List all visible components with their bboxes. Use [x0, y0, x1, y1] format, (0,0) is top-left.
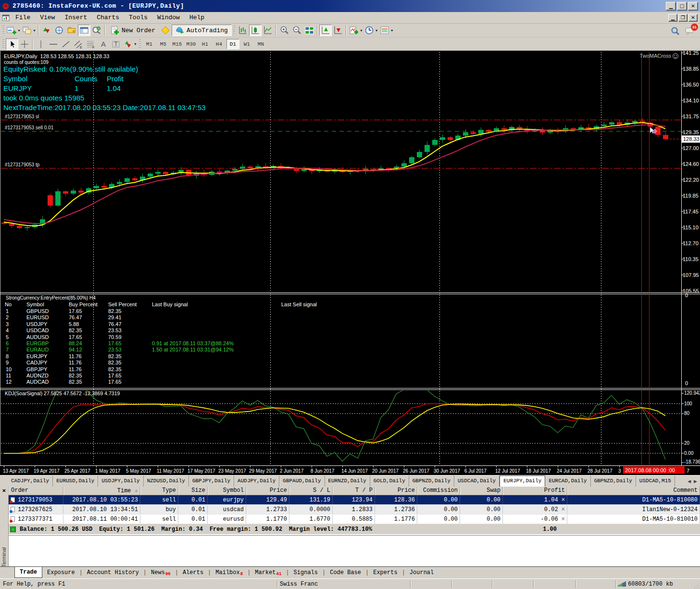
dropdown-arrow-icon[interactable]: ▼	[360, 29, 363, 32]
zoom-in-button[interactable]	[278, 25, 290, 36]
new-chart-button[interactable]: ▼	[6, 25, 21, 36]
timeframe-M30[interactable]: M30	[185, 39, 198, 49]
terminal-col-price[interactable]: Price	[375, 487, 417, 495]
terminal-tab-signals[interactable]: Signals	[290, 568, 322, 577]
indicator-buy-button[interactable]	[319, 25, 332, 36]
equidistant-channel-button[interactable]: E	[72, 38, 85, 50]
menu-view[interactable]: View	[35, 13, 60, 23]
dropdown-arrow-icon[interactable]: ▼	[17, 29, 21, 32]
chart-bars-button[interactable]	[237, 25, 249, 36]
dropdown-arrow-icon[interactable]: ▼	[375, 29, 378, 32]
chart-candles-button[interactable]	[249, 25, 262, 36]
chart-tab-nzdusd-daily[interactable]: NZDUSD,Daily	[144, 476, 189, 487]
scroll-right-icon[interactable]: ▶	[694, 479, 697, 484]
chart-tab-eurnzd-daily[interactable]: EURNZD,Daily	[325, 476, 370, 487]
terminal-col-commission[interactable]: Commission	[417, 487, 460, 495]
terminal-col-order[interactable]: Order	[9, 487, 63, 495]
menu-help[interactable]: Help	[185, 13, 209, 23]
trendline-button[interactable]	[60, 38, 72, 50]
vertical-line-button[interactable]	[35, 38, 47, 50]
terminal-col-swap[interactable]: Swap	[460, 487, 503, 495]
chart-tab-usdjpy-daily[interactable]: USDJPY,Daily	[98, 476, 143, 487]
chart-tab-gbpnzd-daily[interactable]: GBPNZD,Daily	[591, 476, 636, 487]
terminal-order-row[interactable]: 12732676252017.08.10 13:34:51buy0.01usdc…	[9, 505, 700, 514]
close-trade-icon[interactable]: ×	[562, 497, 565, 503]
terminal-col-type[interactable]: Type	[140, 487, 178, 495]
chart-tab-gold-daily[interactable]: GOLD,Daily	[370, 476, 409, 487]
timeframe-M15[interactable]: M15	[171, 39, 184, 49]
timeframe-MN[interactable]: MN	[254, 39, 267, 49]
terminal-order-row[interactable]: 12731790532017.08.10 03:55:23sell0.01eur…	[9, 495, 700, 505]
fibonacci-button[interactable]: F	[85, 38, 97, 50]
chart-tab-gbpnzd-daily[interactable]: GBPNZD,Daily	[409, 476, 454, 487]
periods-button[interactable]: ▼	[363, 25, 379, 36]
notifications-button[interactable]: 31	[685, 25, 697, 38]
metaeditor-button[interactable]	[159, 25, 172, 36]
timeframe-M5[interactable]: M5	[157, 39, 170, 49]
chart-tab-cadjpy-daily[interactable]: CADJPY,Daily	[8, 476, 53, 487]
arrows-button[interactable]: ▼	[122, 38, 138, 50]
terminal-panel-button[interactable]	[78, 25, 90, 36]
child-minimize-button[interactable]: ▁	[668, 14, 677, 22]
child-close-button[interactable]: ✕	[688, 14, 698, 22]
menu-window[interactable]: Window	[152, 13, 185, 23]
terminal-tab-journal[interactable]: Journal	[406, 568, 438, 577]
terminal-tab-mailbox[interactable]: Mailbox8	[212, 568, 247, 578]
chart-tab-eurusd-daily[interactable]: EURUSD,Daily	[53, 476, 98, 487]
minimize-button[interactable]: ▁	[666, 2, 676, 11]
new-order-button[interactable]: New Order	[107, 25, 159, 36]
close-button[interactable]: ✕	[688, 2, 698, 11]
terminal-col-time[interactable]: Time ▵	[63, 487, 140, 495]
autotrading-button[interactable]: AutoTrading	[172, 25, 232, 36]
chart-tab-usdcad-daily[interactable]: USDCAD,Daily	[454, 476, 500, 487]
terminal-col-size[interactable]: Size	[178, 487, 208, 495]
resize-grip[interactable]	[693, 582, 700, 589]
timeframe-W1[interactable]: W1	[240, 39, 253, 49]
terminal-col-price[interactable]: Price	[246, 487, 289, 495]
child-restore-button[interactable]: ❐	[678, 14, 688, 22]
market-watch-button[interactable]	[40, 25, 53, 36]
chart-tab-eurjpy-daily[interactable]: EURJPY,Daily	[500, 476, 545, 487]
chart-canvas[interactable]: #1273179053 sl#1273179053 sell 0.01#1273…	[0, 51, 700, 475]
terminal-tab-news[interactable]: News96	[147, 568, 175, 578]
terminal-col-comment[interactable]: Comment	[567, 487, 700, 495]
crosshair-button[interactable]	[18, 38, 31, 50]
chart-tab-gbpaud-daily[interactable]: GBPAUD,Daily	[279, 476, 325, 487]
navigator-button[interactable]: ★	[65, 25, 78, 36]
text-label-button[interactable]: T	[110, 38, 122, 50]
text-button[interactable]: A	[97, 38, 110, 50]
add-indicator-button[interactable]: ▼	[348, 25, 363, 36]
templates-button[interactable]: ▼	[379, 25, 394, 36]
zoom-out-button[interactable]	[290, 25, 303, 36]
maximize-button[interactable]: □	[677, 2, 687, 11]
chart-tab-gbpjpy-daily[interactable]: GBPJPY,Daily	[189, 476, 234, 487]
close-trade-icon[interactable]: ×	[562, 506, 565, 513]
tile-windows-button[interactable]	[303, 25, 315, 36]
terminal-tab-code-base[interactable]: Code Base	[326, 568, 365, 577]
scroll-left-icon[interactable]: ◀	[688, 479, 691, 484]
dropdown-arrow-icon[interactable]: ▼	[134, 42, 137, 46]
terminal-col-profit[interactable]: Profit	[503, 487, 567, 495]
indicator-sell-button[interactable]	[332, 25, 344, 36]
strategy-tester-button[interactable]	[90, 25, 103, 36]
chart-tab-audjpy-daily[interactable]: AUDJPY,Daily	[234, 476, 279, 487]
search-icon[interactable]	[670, 26, 681, 37]
terminal-tab-market[interactable]: Market41	[251, 568, 285, 578]
cursor-button[interactable]	[6, 38, 18, 50]
dropdown-arrow-icon[interactable]: ▼	[390, 29, 394, 32]
timeframe-H4[interactable]: H4	[212, 39, 225, 49]
menu-insert[interactable]: Insert	[60, 13, 92, 23]
close-trade-icon[interactable]: ×	[562, 516, 565, 523]
terminal-tab-exposure[interactable]: Exposure	[43, 568, 79, 577]
terminal-col-symbol[interactable]: Symbol	[208, 487, 246, 495]
menu-charts[interactable]: Charts	[92, 13, 124, 23]
menu-tools[interactable]: Tools	[124, 13, 152, 23]
terminal-order-row[interactable]: 12733773712017.08.11 00:00:41sell0.01eur…	[9, 514, 700, 524]
chart-tab-eurcad-daily[interactable]: EURCAD,Daily	[545, 476, 590, 487]
terminal-tab-experts[interactable]: Experts	[369, 568, 401, 577]
dropdown-arrow-icon[interactable]: ▼	[33, 29, 36, 32]
chart-tab-usdcad-m15[interactable]: USDCAD,M15	[636, 476, 675, 487]
data-window-button[interactable]	[53, 25, 65, 36]
terminal-tab-account-history[interactable]: Account History	[83, 568, 143, 577]
profiles-button[interactable]: ▼	[21, 25, 37, 36]
